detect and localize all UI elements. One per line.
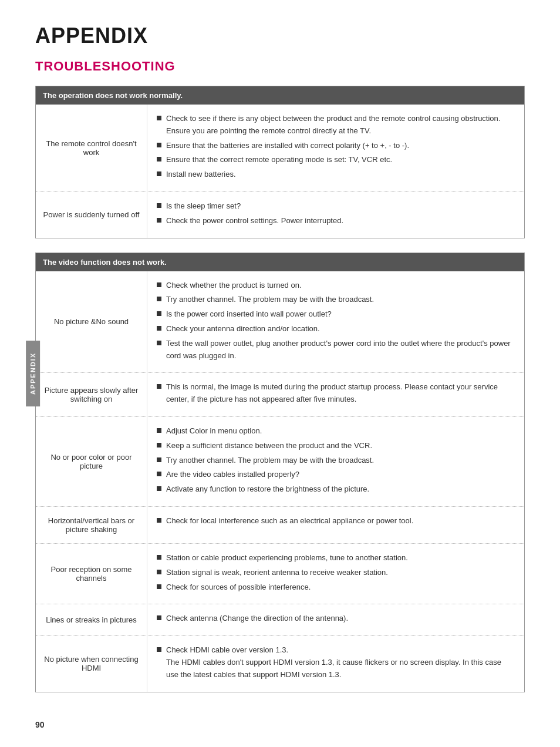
solution-text-1-2-1: Keep a sufficient distance between the p… <box>166 440 515 452</box>
trouble-row-0-1: Power is suddenly turned offIs the sleep… <box>36 192 524 238</box>
bullet-icon <box>157 218 161 223</box>
bullet-icon <box>157 555 161 560</box>
sidebar-appendix-label: APPENDIX <box>26 341 40 406</box>
bullet-icon <box>157 311 161 316</box>
solution-item-1-6-0: Check HDMI cable over version 1.3.The HD… <box>157 644 515 681</box>
solution-item-1-1-0: This is normal, the image is muted durin… <box>157 381 515 406</box>
solution-item-1-4-2: Check for sources of possible interferen… <box>157 581 515 594</box>
issue-cell-1-2: No or poor color or poor picture <box>36 417 147 506</box>
solution-item-1-3-0: Check for local interference such as an … <box>157 515 515 527</box>
solution-text-1-1-0: This is normal, the image is muted durin… <box>166 381 515 406</box>
solution-item-0-1-0: Is the sleep timer set? <box>157 200 515 213</box>
solution-text-0-0-1: Ensure that the batteries are installed … <box>166 140 515 152</box>
solution-item-1-4-0: Station or cable product experiencing pr… <box>157 552 515 564</box>
bullet-icon <box>157 157 161 161</box>
solution-text-1-0-0: Check whether the product is turned on. <box>166 280 515 292</box>
solution-item-1-2-3: Are the video cables installed properly? <box>157 469 515 481</box>
solution-item-0-0-2: Ensure that the correct remote operating… <box>157 154 515 166</box>
table-header-0: The operation does not work normally. <box>36 86 524 105</box>
solution-text-1-4-1: Station signal is weak, reorient antenna… <box>166 567 515 579</box>
bullet-icon <box>157 297 161 301</box>
solution-item-1-0-3: Check your antenna direction and/or loca… <box>157 323 515 335</box>
bullet-icon <box>157 615 161 620</box>
bullet-icon <box>157 143 161 147</box>
solution-text-1-2-3: Are the video cables installed properly? <box>166 469 515 481</box>
bullet-icon <box>157 647 161 652</box>
solution-text-1-5-0: Check antenna (Change the direction of t… <box>166 613 515 625</box>
trouble-table-0: The operation does not work normally.The… <box>35 86 525 238</box>
bullet-icon <box>157 384 161 389</box>
bullet-icon <box>157 341 161 345</box>
trouble-table-1: The video function does not work.No pict… <box>35 253 525 692</box>
bullet-icon <box>157 282 161 287</box>
solution-text-0-1-0: Is the sleep timer set? <box>166 200 515 213</box>
issue-cell-1-6: No picture when connecting HDMI <box>36 636 147 691</box>
solution-item-1-4-1: Station signal is weak, reorient antenna… <box>157 567 515 579</box>
solution-text-1-4-2: Check for sources of possible interferen… <box>166 581 515 594</box>
tables-container: The operation does not work normally.The… <box>35 86 525 692</box>
trouble-row-1-2: No or poor color or poor pictureAdjust C… <box>36 417 524 507</box>
bullet-icon <box>157 171 161 176</box>
solution-text-1-2-4: Activate any function to restore the bri… <box>166 483 515 496</box>
solution-item-1-0-0: Check whether the product is turned on. <box>157 280 515 292</box>
bullet-icon <box>157 457 161 462</box>
solution-cell-1-2: Adjust Color in menu option.Keep a suffi… <box>147 417 524 506</box>
solution-item-1-2-2: Try another channel. The problem may be … <box>157 455 515 467</box>
solution-cell-1-1: This is normal, the image is muted durin… <box>147 373 524 416</box>
solution-text-1-2-2: Try another channel. The problem may be … <box>166 455 515 467</box>
solution-cell-0-0: Check to see if there is any object betw… <box>147 105 524 191</box>
trouble-row-0-0: The remote control doesn't workCheck to … <box>36 105 524 192</box>
table-header-1: The video function does not work. <box>36 253 524 271</box>
solution-cell-1-6: Check HDMI cable over version 1.3.The HD… <box>147 636 524 691</box>
solution-text-0-0-3: Install new batteries. <box>166 169 515 181</box>
solution-text-1-3-0: Check for local interference such as an … <box>166 515 515 527</box>
bullet-icon <box>157 472 161 476</box>
solution-item-0-0-0: Check to see if there is any object betw… <box>157 113 515 137</box>
page-title: APPENDIX <box>35 23 525 48</box>
trouble-row-1-0: No picture &No soundCheck whether the pr… <box>36 271 524 374</box>
bullet-icon <box>157 116 161 120</box>
solution-item-0-0-3: Install new batteries. <box>157 169 515 181</box>
solution-item-1-5-0: Check antenna (Change the direction of t… <box>157 613 515 625</box>
bullet-icon <box>157 443 161 447</box>
solution-cell-1-3: Check for local interference such as an … <box>147 507 524 543</box>
bullet-icon <box>157 428 161 433</box>
solution-text-1-2-0: Adjust Color in menu option. <box>166 425 515 438</box>
trouble-row-1-3: Horizontal/vertical bars or picture shak… <box>36 507 524 544</box>
solution-text-1-0-1: Try another channel. The problem may be … <box>166 294 515 306</box>
solution-item-1-0-4: Test the wall power outlet, plug another… <box>157 338 515 362</box>
solution-cell-1-4: Station or cable product experiencing pr… <box>147 544 524 604</box>
solution-text-1-0-4: Test the wall power outlet, plug another… <box>166 338 515 362</box>
issue-cell-1-3: Horizontal/vertical bars or picture shak… <box>36 507 147 543</box>
issue-cell-1-5: Lines or streaks in pictures <box>36 604 147 635</box>
issue-cell-0-1: Power is suddenly turned off <box>36 192 147 238</box>
solution-cell-0-1: Is the sleep timer set?Check the power c… <box>147 192 524 238</box>
solution-item-0-1-1: Check the power control settings. Power … <box>157 215 515 227</box>
trouble-row-1-4: Poor reception on some channelsStation o… <box>36 544 524 604</box>
bullet-icon <box>157 570 161 574</box>
bullet-icon <box>157 584 161 589</box>
solution-item-1-2-0: Adjust Color in menu option. <box>157 425 515 438</box>
page-number: 90 <box>35 720 45 729</box>
solution-cell-1-0: Check whether the product is turned on.T… <box>147 271 524 373</box>
issue-cell-0-0: The remote control doesn't work <box>36 105 147 191</box>
bullet-icon <box>157 486 161 491</box>
solution-item-0-0-1: Ensure that the batteries are installed … <box>157 140 515 152</box>
issue-cell-1-4: Poor reception on some channels <box>36 544 147 604</box>
bullet-icon <box>157 518 161 523</box>
bullet-icon <box>157 203 161 208</box>
bullet-icon <box>157 326 161 331</box>
solution-item-1-2-4: Activate any function to restore the bri… <box>157 483 515 496</box>
solution-item-1-0-2: Is the power cord inserted into wall pow… <box>157 308 515 321</box>
trouble-row-1-5: Lines or streaks in picturesCheck antenn… <box>36 604 524 636</box>
solution-text-1-4-0: Station or cable product experiencing pr… <box>166 552 515 564</box>
trouble-row-1-1: Picture appears slowly after switching o… <box>36 373 524 417</box>
solution-item-1-2-1: Keep a sufficient distance between the p… <box>157 440 515 452</box>
trouble-row-1-6: No picture when connecting HDMICheck HDM… <box>36 636 524 691</box>
section-title: TROUBLESHOOTING <box>35 59 525 74</box>
solution-cell-1-5: Check antenna (Change the direction of t… <box>147 604 524 635</box>
solution-text-1-0-2: Is the power cord inserted into wall pow… <box>166 308 515 321</box>
issue-cell-1-0: No picture &No sound <box>36 271 147 373</box>
solution-text-0-0-0: Check to see if there is any object betw… <box>166 113 515 137</box>
solution-item-1-0-1: Try another channel. The problem may be … <box>157 294 515 306</box>
